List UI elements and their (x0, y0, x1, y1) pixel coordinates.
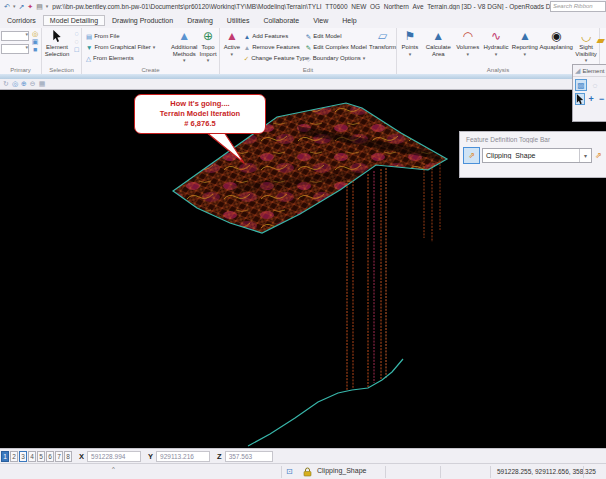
from-graphical-filter-button[interactable]: ▼ From Graphical Filter (86, 42, 171, 52)
coordinate-readout: 591228.255, 929112.656, 358.325 (497, 468, 596, 475)
subtract-mode-icon[interactable]: − (598, 93, 606, 105)
tire-icon: ◉ (551, 30, 561, 44)
pointer-mode-icon[interactable] (575, 93, 585, 105)
edit-model-button[interactable]: ✎ Edit Model (306, 31, 369, 41)
window-title: pw:\\bn-pw.bentley.com.bn-pw-01\Document… (52, 3, 550, 10)
z-axis-label: Z (217, 452, 222, 461)
x-coordinate-field[interactable]: 591228.994 (87, 451, 141, 462)
tab-view[interactable]: View (306, 15, 335, 26)
callout-balloon: How it's going.... Terrain Model Iterati… (134, 94, 266, 134)
remove-features-icon: ▲ (244, 44, 250, 51)
group-label-edit: Edit (220, 67, 396, 73)
tab-collaborate[interactable]: Collaborate (256, 15, 306, 26)
ribbon-group-create: ▤ From File ▼ From Graphical Filter △ Fr… (82, 28, 220, 74)
callout-line-1: How it's going.... (135, 99, 265, 109)
z-coordinate-field[interactable]: 357.563 (225, 451, 273, 462)
view-attributes-icon[interactable]: ↻ (3, 80, 9, 88)
view-toggle-3[interactable]: 3 (19, 451, 27, 462)
quick-access-toolbar: ↶ ▾ ↗ ✦ ▤ ▾ (0, 3, 52, 10)
from-elements-button[interactable]: △ From Elements (86, 53, 171, 63)
openroads-designer-window: ↶ ▾ ↗ ✦ ▤ ▾ pw:\\bn-pw.bentley.com.bn-pw… (0, 0, 606, 479)
tab-help[interactable]: Help (335, 15, 363, 26)
tab-utilities[interactable]: Utilities (220, 15, 257, 26)
points-icon: ⚑ (405, 30, 416, 44)
primary-combo-2[interactable] (1, 44, 29, 54)
zoom-out-icon[interactable]: ⊖ (30, 80, 36, 88)
view-display-icon[interactable]: ◎ (12, 80, 18, 88)
sight-visibility-icon: ◡ (581, 30, 591, 44)
volumes-icon: ◠ (462, 30, 472, 44)
feature-bar-title[interactable]: Feature Definition Toggle Bar (460, 132, 606, 143)
tab-drawing-production[interactable]: Drawing Production (105, 15, 180, 26)
panel-grip-icon: ◢ (575, 67, 580, 75)
ribbon: ◎ ▣ ■ Primary Element Selection ◌ ◌ □ Se… (0, 28, 606, 74)
primary-combo-1[interactable] (1, 31, 29, 41)
attach-tools-icon[interactable]: ▣ (32, 38, 39, 45)
group-label-analysis: Analysis (397, 67, 599, 73)
calculate-area-icon: ▲ (432, 30, 444, 44)
undo-dropdown-icon[interactable]: ▾ (13, 3, 16, 10)
tab-corridors[interactable]: Corridors (0, 15, 43, 26)
edit-complex-model-icon: ✎ (306, 44, 311, 51)
fence-circle-icon[interactable]: ◌ (74, 30, 78, 37)
tab-drawing[interactable]: Drawing (180, 15, 220, 26)
additional-methods-icon: ▲ (178, 30, 190, 44)
selection-status-icon[interactable]: ⊡ (286, 467, 293, 476)
add-features-button[interactable]: ▲ Add Features (244, 31, 306, 41)
file-icon: ▤ (86, 33, 92, 40)
fence-none-icon[interactable]: ◌ (74, 38, 78, 45)
feature-definition-select[interactable]: Clipping_Shape ▾ (482, 148, 592, 163)
print-icon[interactable]: ▤ (36, 3, 43, 10)
match-feature-icon[interactable]: ⇗ (595, 151, 602, 160)
y-coordinate-field[interactable]: 929113.216 (156, 451, 210, 462)
active-feature-status[interactable]: Clipping_Shape (317, 467, 366, 474)
change-feature-type-button[interactable]: ✓ Change Feature Type (244, 53, 306, 63)
ground-profile-line (248, 359, 403, 446)
y-axis-label: Y (148, 452, 153, 461)
explorer-icon[interactable]: ◎ (32, 30, 38, 37)
view-toggle-5[interactable]: 5 (37, 451, 45, 462)
feature-wand-icon: ⇗ (468, 151, 475, 160)
filter-icon: ▼ (86, 44, 92, 51)
tab-model-detailing[interactable]: Model Detailing (43, 15, 105, 26)
scroll-grip-icon[interactable]: ^ (112, 466, 115, 472)
models-icon[interactable]: ■ (33, 46, 37, 53)
reporting-icon: ▲ (519, 30, 531, 44)
redo-icon[interactable]: ↗ (18, 3, 24, 10)
callout-line-2: Terrain Model Iteration (135, 109, 265, 119)
fit-view-icon[interactable]: ▦ (39, 80, 46, 88)
view-toggle-1[interactable]: 1 (1, 451, 9, 462)
qat-dropdown-icon[interactable]: ▾ (46, 3, 49, 10)
view-toggle-7[interactable]: 7 (55, 451, 63, 462)
ribbon-tab-row: Corridors Model Detailing Drawing Produc… (0, 13, 606, 29)
feature-definition-toggle-bar: Feature Definition Toggle Bar ⇗ Clipping… (459, 131, 606, 178)
view-toggle-4[interactable]: 4 (28, 451, 36, 462)
ribbon-group-selection: Element Selection ◌ ◌ □ Selection (42, 28, 82, 74)
group-label-selection: Selection (42, 67, 81, 73)
view-toggle-8[interactable]: 8 (64, 451, 72, 462)
view-toggle-6[interactable]: 6 (46, 451, 54, 462)
selection-extended-icon[interactable]: ◌ (589, 79, 601, 91)
ribbon-search-input[interactable]: Search Ribbon (550, 1, 606, 12)
element-selection-panel: ◢ Element Selection ▩ ◌ + − (572, 64, 606, 122)
undo-icon[interactable]: ↶ (4, 3, 10, 10)
pin-icon[interactable]: ✦ (27, 3, 33, 10)
change-feature-type-icon: ✓ (244, 55, 249, 62)
clipped-tool-icon[interactable]: ▰ (597, 34, 605, 47)
fence-square-icon[interactable]: □ (74, 46, 78, 53)
zoom-in-icon[interactable]: ⊕ (21, 80, 27, 88)
group-label-create: Create (82, 67, 219, 73)
selection-mode-icon[interactable]: ▩ (575, 79, 587, 91)
transform-icon: ▱ (378, 30, 387, 44)
edit-complex-model-button[interactable]: ✎ Edit Complex Model (306, 42, 369, 52)
hydraulic-icon: ∿ (491, 30, 501, 44)
boundary-options-button[interactable]: ◇ Boundary Options (306, 53, 369, 63)
from-file-button[interactable]: ▤ From File (86, 31, 171, 41)
view-toggle-2[interactable]: 2 (10, 451, 18, 462)
element-selection-panel-title[interactable]: ◢ Element Selection (573, 65, 606, 77)
add-mode-icon[interactable]: + (587, 93, 596, 105)
ribbon-group-primary: ◎ ▣ ■ Primary (0, 28, 42, 74)
use-active-feature-toggle[interactable]: ⇗ (463, 147, 480, 164)
title-bar: ↶ ▾ ↗ ✦ ▤ ▾ pw:\\bn-pw.bentley.com.bn-pw… (0, 0, 606, 14)
remove-features-button[interactable]: ▲ Remove Features (244, 42, 306, 52)
